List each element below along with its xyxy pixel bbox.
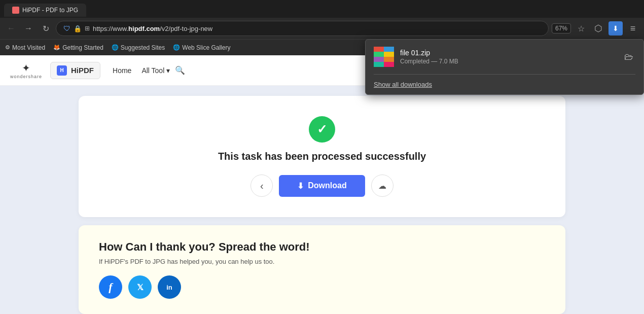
svg-rect-2 [384,47,394,52]
address-bar[interactable]: 🛡 🔒 ⊞ https://www.hipdf.com/v2/pdf-to-jp… [56,21,549,36]
wondershare-logo: ✦ wondershare [10,62,42,79]
svg-rect-5 [374,57,384,62]
back-action-button[interactable]: ‹ [251,175,273,197]
linkedin-button[interactable]: in [158,275,181,299]
wondershare-icon: ✦ [22,62,30,74]
download-icon: ⬇ [297,181,304,191]
download-item: file 01.zip Completed — 7.0 MB 🗁 [366,40,643,74]
facebook-icon: f [109,281,112,294]
success-icon: ✓ [309,116,335,143]
active-tab[interactable]: HiPDF - PDF to JPG [4,4,86,17]
tab-title: HiPDF - PDF to JPG [22,7,78,14]
twitter-button[interactable]: 𝕏 [128,275,152,299]
most-visited-icon: ⚙ [5,44,10,51]
download-panel: file 01.zip Completed — 7.0 MB 🗁 Show al… [365,39,644,95]
file-icon [374,47,394,67]
lock-icon: 🔒 [74,25,82,32]
bookmark-most-visited[interactable]: ⚙ Most Visited [5,44,45,51]
tracking-icon: ⊞ [85,25,90,32]
hipdf-brand-name: HiPDF [71,66,94,75]
success-title: This task has been processed successfull… [218,151,426,162]
facebook-button[interactable]: f [99,275,122,299]
spread-title: How Can I thank you? Spread the word! [99,240,545,254]
spread-section: How Can I thank you? Spread the word! If… [79,225,565,314]
svg-rect-1 [374,47,384,52]
svg-rect-6 [384,57,394,62]
bookmark-button[interactable]: ☆ [574,21,588,36]
cloud-upload-button[interactable]: ☁ [371,175,393,197]
home-link[interactable]: Home [113,66,131,75]
hipdf-logo[interactable]: H HiPDF [50,62,100,79]
url-text: https://www.hipdf.com/v2/pdf-to-jpg-new [93,25,541,32]
social-buttons: f 𝕏 in [99,275,545,299]
cloud-icon: ☁ [378,181,386,191]
linkedin-icon: in [166,284,172,291]
page-body: ✓ This task has been processed successfu… [0,86,644,314]
globe-icon-2: 🌐 [173,44,180,51]
svg-rect-7 [374,62,384,67]
reload-button[interactable]: ↻ [39,21,53,36]
zip-file-icon [374,47,394,67]
svg-rect-4 [384,52,394,57]
tab-favicon [12,7,19,14]
menu-button[interactable]: ≡ [626,21,640,36]
pocket-button[interactable]: ⬡ [591,21,605,36]
svg-rect-8 [384,62,394,67]
download-button[interactable]: ⬇ Download [279,175,365,197]
wondershare-text: wondershare [10,74,42,79]
checkmark-icon: ✓ [317,122,327,136]
firefox-icon: 🦊 [53,44,60,51]
action-buttons: ‹ ⬇ Download ☁ [251,175,393,197]
back-button[interactable]: ← [4,21,18,36]
left-arrow-icon: ‹ [260,180,264,192]
bookmark-web-slice-gallery[interactable]: 🌐 Web Slice Gallery [173,44,230,51]
forward-button[interactable]: → [21,21,35,36]
success-card: ✓ This task has been processed successfu… [79,96,565,217]
globe-icon-1: 🌐 [112,44,119,51]
open-folder-button[interactable]: 🗁 [622,50,635,64]
hipdf-brand-icon: H [57,65,67,76]
shield-icon: 🛡 [63,24,70,32]
search-button[interactable]: 🔍 [175,65,185,75]
downloads-button[interactable]: ⬇ [609,21,623,36]
download-filename: file 01.zip [400,49,616,57]
download-info: file 01.zip Completed — 7.0 MB [400,49,616,65]
svg-rect-3 [374,52,384,57]
nav-links: Home All Tool ▾ [113,66,170,75]
download-status: Completed — 7.0 MB [400,58,616,65]
zoom-level[interactable]: 67% [552,23,571,33]
bookmark-getting-started[interactable]: 🦊 Getting Started [53,44,103,51]
all-tools-link[interactable]: All Tool ▾ [141,66,170,75]
bookmark-suggested-sites[interactable]: 🌐 Suggested Sites [112,44,165,51]
twitter-icon: 𝕏 [137,283,144,292]
spread-subtitle: If HiPDF's PDF to JPG has helped you, yo… [99,258,545,265]
chevron-down-icon: ▾ [166,66,170,75]
show-all-downloads-link[interactable]: Show all downloads [366,75,643,94]
